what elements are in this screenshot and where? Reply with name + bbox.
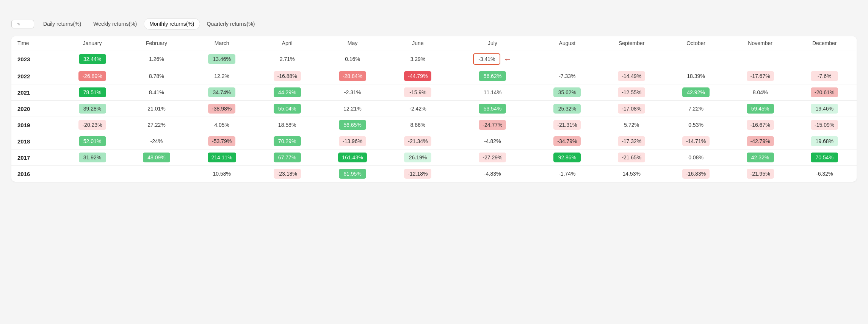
table-cell: 34.74% [189, 84, 255, 101]
table-row: 2022-26.89%8.78%12.2%-16.88%-28.84%-44.7… [11, 68, 857, 84]
table-cell [728, 50, 793, 68]
col-header-november: November [728, 36, 793, 50]
table-cell: 3.29% [386, 50, 450, 68]
tab-3[interactable]: Quarterly returns(%) [202, 18, 260, 30]
col-header-january: January [60, 36, 125, 50]
table-cell: -21.95% [728, 166, 793, 182]
table-cell: -27.29% [450, 150, 535, 166]
col-header-august: August [535, 36, 600, 50]
table-cell: 70.54% [792, 150, 857, 166]
table-cell: 0.08% [664, 150, 728, 166]
chevron-icon: ⇅ [17, 22, 20, 26]
table-cell: 25.32% [535, 101, 600, 117]
table-cell: 12.21% [319, 101, 385, 117]
table-cell: -28.84% [319, 68, 385, 84]
table-cell: 61.95% [319, 166, 385, 182]
table-cell: 39.28% [60, 101, 125, 117]
tab-1[interactable]: Weekly returns(%) [88, 18, 142, 30]
year-2023: 2023 [11, 50, 60, 68]
asset-selector[interactable]: ⇅ [11, 20, 34, 28]
table-cell: 21.01% [124, 101, 188, 117]
table-cell: -13.96% [319, 133, 385, 150]
table-row: 201731.92%48.09%214.11%67.77%161.43%26.1… [11, 150, 857, 166]
table-row: 2019-20.23%27.22%4.05%18.58%56.65%8.86%-… [11, 117, 857, 133]
table-cell: -21.31% [535, 117, 600, 133]
table-cell: -17.08% [599, 101, 664, 117]
col-header-july: July [450, 36, 535, 50]
table-cell: 35.62% [535, 84, 600, 101]
table-cell: -6.32% [792, 166, 857, 182]
table-cell: -16.67% [728, 117, 793, 133]
year-2016: 2016 [11, 166, 60, 182]
table-cell: 55.04% [255, 101, 320, 117]
table-cell: -7.33% [535, 68, 600, 84]
table-cell: -53.79% [189, 133, 255, 150]
table-body: 202332.44%1.26%13.46%2.71%0.16%3.29%-3.4… [11, 50, 857, 182]
table-cell: 56.65% [319, 117, 385, 133]
table-cell: -12.55% [599, 84, 664, 101]
col-header-september: September [599, 36, 664, 50]
table-cell: -2.31% [319, 84, 385, 101]
year-2020: 2020 [11, 101, 60, 117]
table-cell: -20.23% [60, 117, 125, 133]
table-cell: 42.32% [728, 150, 793, 166]
tab-group: Daily returns(%)Weekly returns(%)Monthly… [38, 18, 260, 30]
table-row: 201610.58%-23.18%61.95%-12.18%-4.83%-1.7… [11, 166, 857, 182]
table-cell: 27.22% [124, 117, 188, 133]
table-cell: 5.72% [599, 117, 664, 133]
table-cell: 8.86% [386, 117, 450, 133]
table-cell: 70.29% [255, 133, 320, 150]
table-cell: -12.18% [386, 166, 450, 182]
table-cell: -4.82% [450, 133, 535, 150]
table-cell: 92.86% [535, 150, 600, 166]
table-cell: -1.74% [535, 166, 600, 182]
table-cell: 161.43% [319, 150, 385, 166]
table-cell: 12.2% [189, 68, 255, 84]
table-cell: 4.05% [189, 117, 255, 133]
toolbar: ⇅ Daily returns(%)Weekly returns(%)Month… [11, 18, 857, 30]
table-cell: 14.53% [599, 166, 664, 182]
year-2021: 2021 [11, 84, 60, 101]
table-cell: 7.22% [664, 101, 728, 117]
table-cell: 67.77% [255, 150, 320, 166]
col-header-december: December [792, 36, 857, 50]
table-cell: 8.41% [124, 84, 188, 101]
col-header-april: April [255, 36, 320, 50]
table-cell: -17.67% [728, 68, 793, 84]
table-cell: 8.78% [124, 68, 188, 84]
year-2018: 2018 [11, 133, 60, 150]
table-cell: -7.6% [792, 68, 857, 84]
table-cell: 26.19% [386, 150, 450, 166]
table-cell: 8.04% [728, 84, 793, 101]
table-cell: 44.29% [255, 84, 320, 101]
table-cell: -2.42% [386, 101, 450, 117]
table-cell: 214.11% [189, 150, 255, 166]
table-cell: 48.09% [124, 150, 188, 166]
table-cell: 1.26% [124, 50, 188, 68]
table-row: 202332.44%1.26%13.46%2.71%0.16%3.29%-3.4… [11, 50, 857, 68]
table-cell: 0.16% [319, 50, 385, 68]
col-header-february: February [124, 36, 188, 50]
table-cell: -4.83% [450, 166, 535, 182]
table-cell: -20.61% [792, 84, 857, 101]
table-cell: -14.49% [599, 68, 664, 84]
table-cell: -21.34% [386, 133, 450, 150]
table-cell: -14.71% [664, 133, 728, 150]
table-cell: 11.14% [450, 84, 535, 101]
tab-2[interactable]: Monthly returns(%) [144, 18, 200, 30]
table-cell: -34.79% [535, 133, 600, 150]
table-row: 202039.28%21.01%-38.98%55.04%12.21%-2.42… [11, 101, 857, 117]
table-cell [60, 166, 125, 182]
returns-table: TimeJanuaryFebruaryMarchAprilMayJuneJuly… [11, 36, 857, 182]
table-cell: 19.68% [792, 133, 857, 150]
table-cell: 42.92% [664, 84, 728, 101]
table-cell: -16.88% [255, 68, 320, 84]
table-cell: -38.98% [189, 101, 255, 117]
col-header-march: March [189, 36, 255, 50]
table-cell: 56.62% [450, 68, 535, 84]
tab-0[interactable]: Daily returns(%) [38, 18, 86, 30]
table-cell: -16.83% [664, 166, 728, 182]
table-cell: 31.92% [60, 150, 125, 166]
table-cell: -24.77% [450, 117, 535, 133]
col-header-june: June [386, 36, 450, 50]
